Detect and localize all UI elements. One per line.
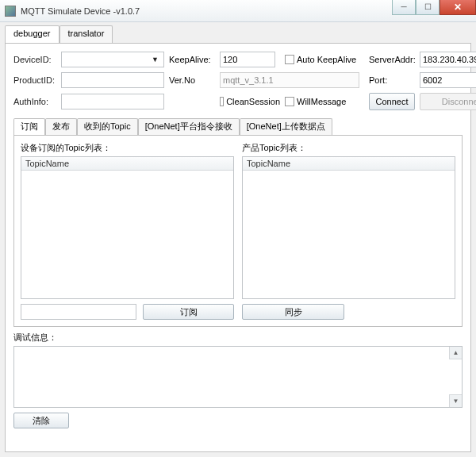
port-label: Port:: [369, 75, 415, 85]
tab-translator[interactable]: translator: [60, 25, 113, 43]
device-topic-list-label: 设备订阅的Topic列表：: [21, 142, 234, 154]
minimize-icon: ─: [401, 3, 406, 11]
client-area: debugger translator DeviceID: ▼ KeepAliv…: [0, 22, 476, 457]
product-topic-listbox[interactable]: TopicName: [242, 156, 455, 299]
device-id-combo[interactable]: ▼: [61, 52, 164, 67]
chevron-down-icon: ▼: [152, 56, 161, 63]
auth-info-input[interactable]: [61, 94, 164, 109]
device-topic-listbox[interactable]: TopicName: [21, 156, 234, 299]
tab-debugger[interactable]: debugger: [5, 25, 60, 43]
app-icon: [5, 6, 16, 17]
tab-publish[interactable]: 发布: [45, 118, 77, 135]
connection-grid: DeviceID: ▼ KeepAlive: Auto KeepAlive Se…: [13, 52, 463, 110]
product-id-label: ProductID:: [13, 75, 56, 85]
device-id-label: DeviceID:: [13, 55, 56, 64]
connect-button[interactable]: Connect: [369, 93, 415, 110]
auth-info-label: AuthInfo:: [13, 97, 56, 106]
auto-keepalive-wrap[interactable]: Auto KeepAlive: [285, 55, 364, 64]
clear-button[interactable]: 清除: [13, 413, 69, 428]
product-id-input[interactable]: [61, 72, 164, 88]
auto-keepalive-checkbox[interactable]: [285, 55, 294, 64]
maximize-icon: ☐: [424, 3, 432, 11]
debugger-panel: DeviceID: ▼ KeepAlive: Auto KeepAlive Se…: [5, 43, 471, 452]
window-title: MQTT Simulate Device -v1.0.7: [21, 6, 140, 16]
clean-session-wrap[interactable]: CleanSession: [220, 97, 280, 106]
subscribe-button[interactable]: 订阅: [143, 304, 234, 320]
maximize-button[interactable]: ☐: [416, 0, 440, 15]
subscribe-topic-input[interactable]: [21, 304, 136, 320]
auto-keepalive-label: Auto KeepAlive: [297, 55, 356, 64]
tab-subscribe[interactable]: 订阅: [13, 118, 45, 135]
will-message-label: WillMessage: [297, 97, 346, 106]
port-input[interactable]: [420, 72, 476, 88]
ver-no-label: Ver.No: [169, 75, 215, 85]
outer-tabs: debugger translator: [5, 25, 471, 43]
tab-received-topics[interactable]: 收到的Topic: [77, 118, 138, 135]
debug-output[interactable]: ▲ ▼: [13, 346, 463, 408]
minimize-button[interactable]: ─: [392, 0, 416, 15]
scroll-up-icon[interactable]: ▲: [449, 347, 462, 359]
keep-alive-label: KeepAlive:: [169, 55, 215, 64]
device-topic-header: TopicName: [21, 157, 233, 171]
clean-session-checkbox[interactable]: [220, 97, 224, 106]
title-bar: MQTT Simulate Device -v1.0.7 ─ ☐ ✕: [0, 0, 476, 22]
clean-session-label: CleanSession: [226, 97, 280, 106]
close-button[interactable]: ✕: [440, 0, 476, 15]
inner-tabs-wrap: 订阅 发布 收到的Topic [OneNet]平台指令接收 [OneNet]上传…: [13, 118, 463, 327]
ver-no-field: [220, 72, 359, 88]
will-message-wrap[interactable]: WillMessage: [285, 97, 364, 106]
inner-tabs: 订阅 发布 收到的Topic [OneNet]平台指令接收 [OneNet]上传…: [13, 118, 463, 135]
product-topic-header: TopicName: [243, 157, 455, 171]
product-topic-list-label: 产品Topic列表：: [242, 142, 455, 154]
debug-info-label: 调试信息：: [13, 332, 463, 344]
subscribe-panel: 设备订阅的Topic列表： TopicName 订阅 产品Topic列表： To…: [13, 135, 463, 327]
device-topic-col: 设备订阅的Topic列表： TopicName 订阅: [21, 142, 234, 320]
disconnect-button: Disconnect: [420, 93, 476, 110]
window-controls: ─ ☐ ✕: [392, 0, 476, 15]
scroll-down-icon[interactable]: ▼: [449, 394, 462, 407]
close-icon: ✕: [454, 2, 462, 12]
server-addr-input[interactable]: [420, 52, 476, 67]
will-message-checkbox[interactable]: [285, 97, 294, 106]
sync-button[interactable]: 同步: [242, 304, 344, 320]
product-topic-col: 产品Topic列表： TopicName 同步: [242, 142, 455, 320]
keep-alive-input[interactable]: [220, 52, 275, 67]
tab-onenet-cmd-recv[interactable]: [OneNet]平台指令接收: [138, 118, 240, 135]
server-addr-label: ServerAddr:: [369, 55, 415, 64]
tab-onenet-upload-dp[interactable]: [OneNet]上传数据点: [240, 118, 332, 135]
